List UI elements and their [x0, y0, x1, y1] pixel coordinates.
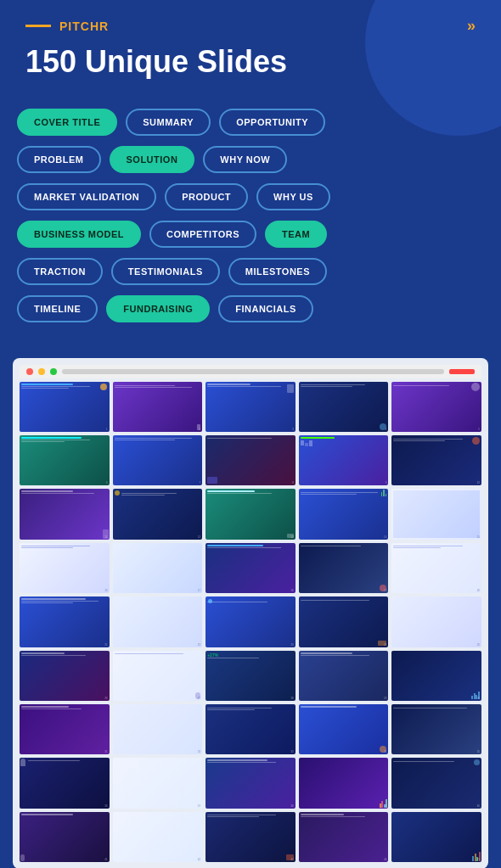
- slide-14[interactable]: 14: [299, 489, 389, 539]
- tag-cover-title[interactable]: COVER TITLE: [17, 109, 117, 136]
- tag-testimonials[interactable]: TESTIMONIALS: [111, 258, 220, 285]
- brand-arrow-icon[interactable]: »: [467, 17, 476, 35]
- slide-20[interactable]: 20: [391, 543, 481, 593]
- ppt-minimize-dot: [38, 368, 45, 375]
- slides-preview-area: 1 2: [13, 358, 488, 868]
- slides-grid: 1 2: [20, 382, 481, 863]
- page-title: 150 Unique Slides: [25, 45, 476, 79]
- slide-26[interactable]: 26: [20, 651, 110, 701]
- slide-39[interactable]: 39: [299, 758, 389, 808]
- slide-5[interactable]: 5: [391, 382, 481, 432]
- slide-10[interactable]: 10: [391, 435, 481, 485]
- slide-12[interactable]: 12: [113, 489, 203, 539]
- slide-24[interactable]: 24: [299, 596, 389, 647]
- slide-45[interactable]: 45: [391, 812, 481, 862]
- slide-28[interactable]: +27% 28: [205, 651, 296, 701]
- slide-1[interactable]: 1: [20, 382, 110, 432]
- slide-22[interactable]: 22: [113, 596, 203, 647]
- slide-6[interactable]: 6: [20, 435, 110, 485]
- tag-business-model[interactable]: BUSINESS MODEL: [17, 221, 141, 248]
- tag-opportunity[interactable]: OPPORTUNITY: [219, 109, 325, 136]
- ppt-record-button: [449, 369, 475, 374]
- tags-row-4: BUSINESS MODEL COMPETITORS TEAM: [17, 221, 484, 248]
- tags-row-1: COVER TITLE SUMMARY OPPORTUNITY: [17, 109, 484, 136]
- tag-problem[interactable]: PROBLEM: [17, 146, 101, 173]
- tag-product[interactable]: PRODUCT: [165, 183, 248, 210]
- slide-21[interactable]: 21: [20, 596, 110, 647]
- slide-2[interactable]: 2: [113, 382, 203, 432]
- ppt-toolbar: [20, 365, 481, 378]
- brand-name: PITCHR: [59, 20, 109, 33]
- tag-competitors[interactable]: COMPETITORS: [149, 221, 256, 248]
- ppt-menu-bar: [62, 369, 444, 374]
- ppt-expand-dot: [50, 368, 57, 375]
- slide-30[interactable]: 30: [391, 651, 481, 701]
- slide-34[interactable]: 34: [299, 704, 389, 754]
- tag-why-us[interactable]: WHY US: [256, 183, 330, 210]
- brand-left: PITCHR: [25, 20, 109, 33]
- slide-35[interactable]: 35: [391, 704, 481, 754]
- slide-7[interactable]: 7: [113, 435, 203, 485]
- slide-37[interactable]: 37: [113, 758, 203, 808]
- slide-32[interactable]: 32: [113, 704, 203, 754]
- slide-23[interactable]: 23: [205, 596, 296, 647]
- tag-financials[interactable]: FINANCIALS: [218, 295, 313, 322]
- tag-summary[interactable]: SUMMARY: [126, 109, 211, 136]
- slide-44[interactable]: 44: [299, 812, 389, 862]
- slide-29[interactable]: 29: [299, 651, 389, 701]
- tags-row-6: TIMELINE FUNDRAISING FINANCIALS: [17, 295, 484, 322]
- slide-11[interactable]: 11: [20, 489, 110, 539]
- slide-8[interactable]: 8: [205, 435, 296, 485]
- slide-40[interactable]: 40: [391, 758, 481, 808]
- slide-41[interactable]: 41: [20, 812, 110, 862]
- tags-row-2: PROBLEM SOLUTION WHY NOW: [17, 146, 484, 173]
- slide-15[interactable]: 15: [391, 489, 481, 539]
- slide-43[interactable]: 43: [205, 812, 296, 862]
- slide-42[interactable]: 42: [113, 812, 203, 862]
- tag-milestones[interactable]: MILESTONES: [228, 258, 327, 285]
- tag-why-now[interactable]: WHY NOW: [203, 146, 287, 173]
- tags-row-5: TRACTION TESTIMONIALS MILESTONES: [17, 258, 484, 285]
- slide-33[interactable]: 33: [205, 704, 296, 754]
- tag-team[interactable]: TEAM: [265, 221, 327, 248]
- tags-row-3: MARKET VALIDATION PRODUCT WHY US: [17, 183, 484, 210]
- slide-27[interactable]: 27: [113, 651, 203, 701]
- slide-9[interactable]: 9: [299, 435, 389, 485]
- slide-31[interactable]: 31: [20, 704, 110, 754]
- brand-line-decoration: [25, 25, 51, 27]
- slide-4[interactable]: 4: [299, 382, 389, 432]
- main-container: PITCHR » 150 Unique Slides COVER TITLE S…: [0, 0, 501, 868]
- slide-16[interactable]: 16: [20, 543, 110, 593]
- slide-13[interactable]: 13: [205, 489, 296, 539]
- header: PITCHR » 150 Unique Slides: [0, 0, 501, 109]
- slide-19[interactable]: 19: [299, 543, 389, 593]
- brand-row: PITCHR »: [25, 17, 476, 35]
- tag-timeline[interactable]: TIMELINE: [17, 295, 98, 322]
- tag-fundraising[interactable]: FUNDRAISING: [106, 295, 210, 322]
- slide-17[interactable]: 17: [113, 543, 203, 593]
- slide-38[interactable]: 38: [205, 758, 296, 808]
- tag-solution[interactable]: SOLUTION: [110, 146, 195, 173]
- slide-36[interactable]: 36: [20, 758, 110, 808]
- slide-3[interactable]: 3: [205, 382, 296, 432]
- slide-18[interactable]: 18: [205, 543, 296, 593]
- slide-25[interactable]: 25: [391, 596, 481, 647]
- tags-section: COVER TITLE SUMMARY OPPORTUNITY PROBLEM …: [0, 109, 501, 350]
- ppt-close-dot: [26, 368, 33, 375]
- tag-traction[interactable]: TRACTION: [17, 258, 103, 285]
- tag-market-validation[interactable]: MARKET VALIDATION: [17, 183, 156, 210]
